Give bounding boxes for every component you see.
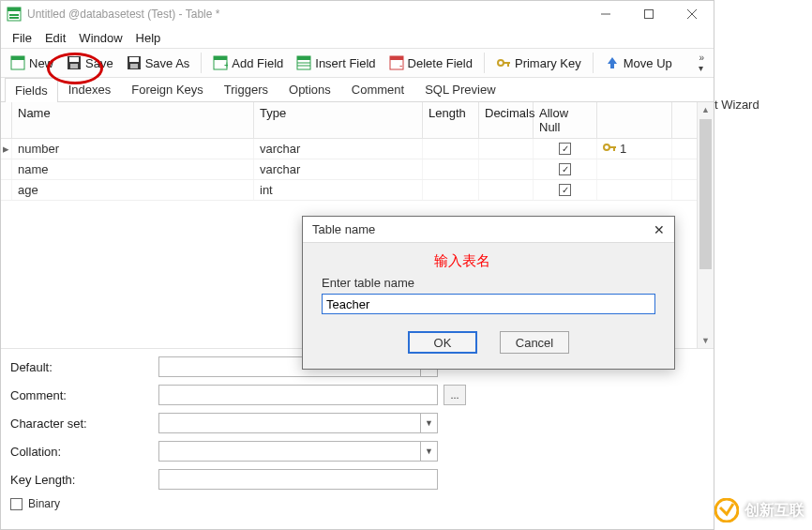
keylen-label: Key Length: xyxy=(10,473,158,487)
default-label: Default: xyxy=(10,360,158,374)
titlebar: Untitled @databasetest (Test) - Table * xyxy=(1,1,714,27)
comment-input[interactable] xyxy=(158,385,438,405)
svg-rect-14 xyxy=(129,57,139,62)
save-icon xyxy=(67,55,82,70)
svg-point-29 xyxy=(604,144,609,150)
col-key xyxy=(597,102,672,138)
tab-fields[interactable]: Fields xyxy=(5,78,58,102)
close-button[interactable] xyxy=(670,1,714,27)
new-button[interactable]: New xyxy=(5,53,59,73)
menu-window[interactable]: Window xyxy=(73,29,128,47)
svg-rect-15 xyxy=(130,64,138,68)
menu-file[interactable]: File xyxy=(7,29,38,47)
col-decimals[interactable]: Decimals xyxy=(479,102,534,138)
svg-rect-1 xyxy=(8,8,21,11)
arrow-up-icon xyxy=(605,55,620,70)
table-name-dialog: Table name ✕ 输入表名 Enter table name OK Ca… xyxy=(302,216,675,370)
svg-rect-20 xyxy=(297,56,310,60)
add-field-icon: + xyxy=(213,55,228,70)
table-name-input[interactable] xyxy=(322,294,655,314)
window-controls xyxy=(584,1,714,27)
save-as-button[interactable]: Save As xyxy=(121,53,196,73)
tabstrip: Fields Indexes Foreign Keys Triggers Opt… xyxy=(1,78,714,102)
save-as-icon xyxy=(127,55,142,70)
col-length[interactable]: Length xyxy=(423,102,479,138)
grid-header: Name Type Length Decimals Allow Null xyxy=(1,102,714,139)
chevron-down-icon: ▼ xyxy=(420,442,437,461)
grid-row[interactable]: name varchar ✓ xyxy=(1,159,714,180)
annotation-text: 输入表名 xyxy=(434,252,655,270)
dialog-title: Table name xyxy=(312,222,375,236)
delete-field-button[interactable]: - Delete Field xyxy=(383,53,478,73)
toolbar-overflow[interactable]: »▾ xyxy=(693,53,710,73)
svg-text:-: - xyxy=(399,60,402,70)
svg-point-32 xyxy=(715,499,738,522)
toolbar-separator xyxy=(484,53,485,73)
charset-label: Character set: xyxy=(10,416,158,431)
col-name[interactable]: Name xyxy=(12,102,254,138)
tab-foreign-keys[interactable]: Foreign Keys xyxy=(121,77,214,101)
tab-comment[interactable]: Comment xyxy=(341,77,414,101)
toolbar: New Save Save As + Add Field Insert Fiel… xyxy=(1,48,714,78)
menubar: File Edit Window Help xyxy=(1,27,714,48)
binary-checkbox[interactable] xyxy=(10,498,23,510)
svg-rect-11 xyxy=(69,57,79,62)
insert-field-icon xyxy=(296,55,311,70)
move-up-button[interactable]: Move Up xyxy=(599,53,678,73)
tab-sql-preview[interactable]: SQL Preview xyxy=(414,77,505,101)
svg-rect-12 xyxy=(70,64,78,68)
tab-triggers[interactable]: Triggers xyxy=(214,77,278,101)
watermark-icon xyxy=(714,498,739,522)
maximize-button[interactable] xyxy=(627,1,670,27)
table-name-label: Enter table name xyxy=(322,276,655,290)
app-icon xyxy=(7,7,22,22)
scroll-thumb[interactable] xyxy=(699,119,712,269)
new-icon xyxy=(10,55,25,70)
scroll-up-icon[interactable]: ▲ xyxy=(698,102,714,117)
watermark: 创新互联 xyxy=(714,498,804,522)
delete-field-icon: - xyxy=(389,55,404,70)
svg-rect-5 xyxy=(645,10,654,19)
svg-point-26 xyxy=(498,60,504,66)
key-icon xyxy=(603,142,618,156)
insert-field-button[interactable]: Insert Field xyxy=(291,53,381,73)
vertical-scrollbar[interactable]: ▲ ▼ xyxy=(697,102,714,348)
svg-rect-9 xyxy=(11,56,24,60)
field-properties: Default: ▼ Comment: ... Character set: ▼… xyxy=(1,348,714,510)
checkbox-checked-icon: ✓ xyxy=(559,143,571,155)
scroll-down-icon[interactable]: ▼ xyxy=(698,333,714,348)
key-icon xyxy=(496,55,511,70)
comment-more-button[interactable]: ... xyxy=(444,385,466,405)
primary-key-button[interactable]: Primary Key xyxy=(490,53,587,73)
tab-indexes[interactable]: Indexes xyxy=(58,77,122,101)
charset-select[interactable]: ▼ xyxy=(158,413,438,433)
col-allownull[interactable]: Allow Null xyxy=(534,102,597,138)
save-button[interactable]: Save xyxy=(61,53,119,73)
col-type[interactable]: Type xyxy=(254,102,423,138)
grid-row[interactable]: age int ✓ xyxy=(1,180,714,201)
ok-button[interactable]: OK xyxy=(408,331,477,354)
menu-edit[interactable]: Edit xyxy=(39,29,71,47)
keylen-input[interactable] xyxy=(158,469,438,490)
tab-options[interactable]: Options xyxy=(278,77,341,101)
cancel-button[interactable]: Cancel xyxy=(500,331,569,354)
window-title: Untitled @databasetest (Test) - Table * xyxy=(27,8,584,21)
checkbox-checked-icon: ✓ xyxy=(559,184,571,196)
dialog-titlebar: Table name ✕ xyxy=(303,217,674,243)
add-field-button[interactable]: + Add Field xyxy=(207,53,289,73)
grid-row[interactable]: ▸ number varchar ✓ 1 xyxy=(1,139,714,159)
chevron-down-icon: ▼ xyxy=(420,414,437,432)
collation-select[interactable]: ▼ xyxy=(158,441,438,462)
minimize-button[interactable] xyxy=(584,1,627,27)
row-indicator-icon: ▸ xyxy=(1,139,12,159)
wizard-label: t Wizard xyxy=(714,98,759,112)
collation-label: Collation: xyxy=(10,445,158,459)
svg-text:+: + xyxy=(224,60,228,70)
toolbar-separator xyxy=(201,53,202,73)
dialog-close-button[interactable]: ✕ xyxy=(654,222,665,237)
menu-help[interactable]: Help xyxy=(130,29,167,47)
comment-label: Comment: xyxy=(10,388,158,402)
checkbox-checked-icon: ✓ xyxy=(559,163,571,175)
svg-rect-3 xyxy=(9,17,19,19)
binary-label: Binary xyxy=(28,497,60,510)
